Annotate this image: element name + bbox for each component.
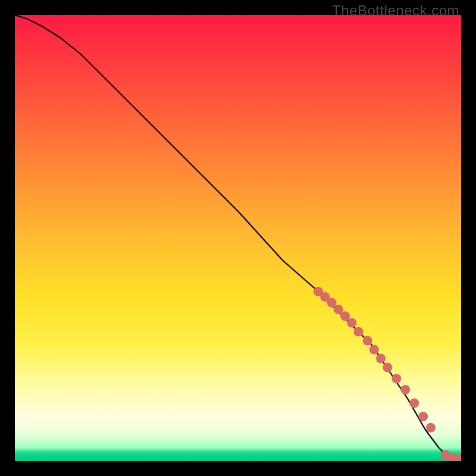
data-point [354,327,364,337]
data-point [456,453,461,461]
data-point [426,423,436,433]
data-point [418,412,428,421]
data-point [376,354,386,364]
plot-area [15,15,461,461]
data-point [369,345,379,355]
data-point [409,399,419,408]
chart-svg [15,15,461,461]
data-point [347,318,356,328]
data-point [400,385,410,394]
chart-frame: TheBottleneck.com [0,0,476,476]
data-point [363,336,372,346]
data-point [392,374,401,383]
bottleneck-curve [15,15,461,458]
watermark-text: TheBottleneck.com [332,2,459,19]
data-point-markers [314,287,461,461]
data-point [383,363,392,372]
